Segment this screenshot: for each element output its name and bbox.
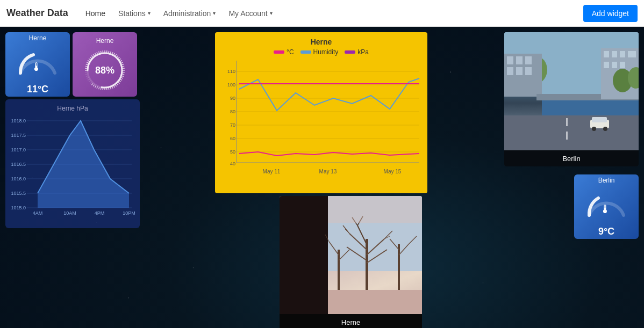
main-content: Herne 🌡 11°C Herne [0, 27, 644, 328]
svg-line-58 [88, 79, 89, 81]
svg-rect-121 [612, 51, 617, 57]
svg-text:80: 80 [230, 109, 235, 114]
svg-line-12 [93, 54, 94, 56]
widget-herne-humidity[interactable]: Herne 88% [73, 32, 137, 97]
svg-line-29 [121, 62, 123, 63]
svg-line-41 [117, 84, 118, 85]
widget-berlin-camera[interactable]: Berlin [504, 32, 639, 166]
gauge-svg: 🌡 [16, 46, 59, 76]
nav-home[interactable]: Home [79, 0, 112, 27]
svg-rect-116 [504, 115, 639, 150]
add-widget-button[interactable]: Add widget [583, 5, 638, 22]
svg-line-50 [101, 88, 101, 90]
svg-rect-122 [620, 51, 625, 57]
svg-line-46 [109, 88, 109, 90]
berlin-camera-image [504, 32, 639, 150]
svg-line-37 [121, 77, 123, 78]
svg-line-43 [114, 86, 115, 88]
berlin-camera-label: Berlin [504, 150, 639, 166]
svg-line-57 [89, 81, 90, 82]
main-chart-svg: 110 100 90 80 70 60 50 40 May 11 May 13 … [220, 58, 422, 184]
svg-rect-125 [612, 62, 617, 68]
svg-line-36 [121, 76, 124, 76]
svg-rect-112 [516, 67, 523, 75]
legend-celsius: °C [274, 48, 294, 56]
svg-line-7 [87, 62, 89, 63]
svg-rect-123 [628, 51, 636, 57]
legend-celsius-label: °C [287, 48, 294, 56]
berlin-temp-value: 9°C [598, 226, 614, 237]
svg-rect-111 [507, 67, 513, 75]
svg-text:1016.0: 1016.0 [11, 176, 26, 181]
svg-rect-134 [280, 196, 328, 314]
svg-text:1018.0: 1018.0 [11, 118, 26, 123]
svg-line-40 [118, 82, 120, 84]
svg-line-21 [110, 52, 111, 54]
svg-text:May 15: May 15 [384, 169, 402, 174]
legend-kpa-label: kPa [357, 48, 369, 56]
svg-text:May 11: May 11 [263, 169, 281, 174]
svg-line-13 [95, 53, 96, 55]
legend-humidity-color [300, 50, 311, 54]
svg-line-23 [114, 53, 115, 55]
svg-line-28 [120, 61, 122, 62]
berlin-temp-gauge: 🌡 [585, 188, 628, 218]
svg-text:1015.5: 1015.5 [11, 191, 26, 196]
svg-line-26 [118, 57, 120, 59]
svg-line-6 [86, 64, 88, 65]
app-brand: Weather Data [6, 8, 68, 19]
svg-line-52 [97, 86, 98, 89]
svg-line-54 [93, 85, 94, 86]
svg-text:4PM: 4PM [95, 210, 105, 216]
nav-administration[interactable]: Administration ▾ [157, 0, 223, 27]
berlin-scene-svg [504, 32, 639, 150]
svg-text:1015.0: 1015.0 [11, 205, 26, 210]
nav-my-account[interactable]: My Account ▾ [222, 0, 278, 27]
herne-scene-svg [280, 196, 422, 314]
svg-line-60 [86, 76, 88, 76]
svg-line-42 [115, 85, 116, 86]
widget-herne-hpa[interactable]: Herne hPa 1018.0 1017.5 1017.0 1016.5 10… [5, 99, 140, 228]
svg-rect-120 [604, 51, 609, 57]
widget-herne-chart[interactable]: Herne °C Humidity kPa [215, 32, 427, 193]
legend-humidity-label: Humidity [313, 48, 339, 56]
svg-rect-124 [604, 62, 609, 68]
widget-herne-temperature[interactable]: Herne 🌡 11°C [5, 32, 70, 97]
svg-text:4AM: 4AM [33, 210, 43, 216]
svg-line-16 [101, 51, 101, 53]
svg-line-8 [88, 61, 89, 62]
herne-temp-gauge: 🌡 [16, 46, 59, 76]
widget-herne-camera[interactable]: Herne [280, 196, 422, 328]
svg-text:110: 110 [227, 69, 235, 74]
svg-line-5 [85, 66, 88, 67]
herne-chart-title: Herne [220, 38, 422, 46]
nav-right: Add widget [583, 5, 638, 22]
herne-camera-label: Herne [280, 314, 422, 328]
svg-text:1017.5: 1017.5 [11, 133, 26, 138]
hpa-chart-area: 1018.0 1017.5 1017.0 1016.5 1016.0 1015.… [11, 115, 134, 215]
svg-line-10 [90, 57, 92, 59]
herne-camera-image [280, 196, 422, 314]
widget-berlin-temperature[interactable]: Berlin 🌡 9°C [574, 174, 639, 239]
svg-line-24 [115, 54, 116, 56]
svg-line-39 [119, 81, 121, 82]
svg-text:100: 100 [227, 82, 235, 88]
nav-stations[interactable]: Stations ▾ [112, 0, 157, 27]
svg-text:10PM: 10PM [123, 210, 135, 216]
my-account-caret: ▾ [270, 10, 273, 16]
svg-text:60: 60 [230, 136, 235, 141]
berlin-gauge-svg: 🌡 [585, 188, 628, 218]
svg-text:🌡: 🌡 [31, 60, 42, 74]
svg-rect-113 [525, 67, 532, 75]
navbar: Weather Data Home Stations ▾ Administrat… [0, 0, 644, 27]
svg-rect-108 [507, 56, 513, 64]
legend-kpa-color [345, 50, 355, 54]
svg-line-61 [85, 74, 88, 75]
legend-celsius-color [274, 50, 284, 54]
legend-humidity: Humidity [300, 48, 339, 56]
svg-text:🌡: 🌡 [599, 202, 611, 216]
svg-rect-117 [566, 118, 568, 126]
svg-line-27 [119, 59, 121, 60]
svg-line-44 [112, 86, 113, 89]
svg-line-45 [110, 87, 111, 89]
